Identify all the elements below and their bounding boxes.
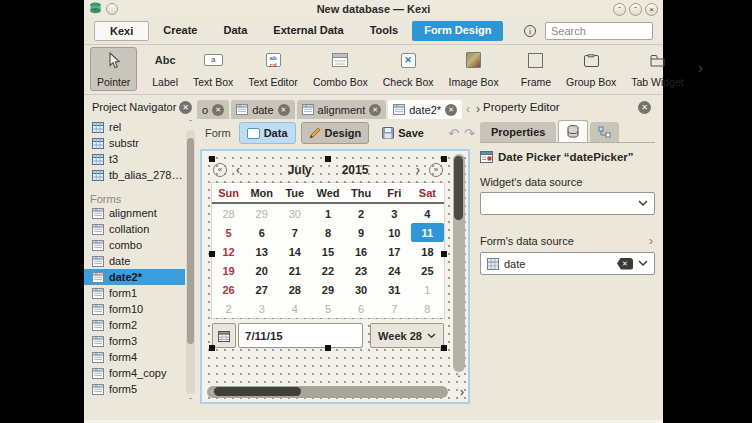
menu-tab-external-data[interactable]: External Data <box>261 21 355 41</box>
tab-data-source[interactable] <box>558 120 588 142</box>
calendar-day-cell[interactable]: 31 <box>378 280 411 299</box>
editor-tab-date[interactable]: date✕ <box>231 100 294 119</box>
navigator-form-item[interactable]: form2 <box>84 317 185 333</box>
navigator-form-item[interactable]: form4_copy <box>84 365 185 381</box>
calendar-day-cell[interactable]: 2 <box>212 299 245 318</box>
group-box-tool-button[interactable]: Group Box <box>559 47 623 91</box>
minimize-button[interactable]: ˇ <box>613 3 626 16</box>
resize-handle[interactable] <box>209 251 215 257</box>
resize-handle[interactable] <box>441 251 447 257</box>
calendar-day-cell[interactable]: 17 <box>378 242 411 261</box>
canvas-vertical-scrollbar[interactable] <box>453 154 465 372</box>
navigator-scrollbar[interactable]: ˆ ˇ <box>185 117 196 407</box>
calendar-day-cell[interactable]: 10 <box>378 223 411 242</box>
calendar-day-cell[interactable]: 5 <box>311 299 344 318</box>
label-tool-button[interactable]: AbcLabel <box>145 47 185 91</box>
calendar-day-cell[interactable]: 28 <box>212 204 245 223</box>
undo-icon[interactable]: ↶ <box>448 126 459 141</box>
editor-tab-o[interactable]: o✕ <box>197 100 229 119</box>
tab-close-icon[interactable]: ✕ <box>369 104 381 116</box>
tab-widget-tool-button[interactable]: Tab Widget <box>624 47 691 91</box>
prev-month-icon[interactable]: ‹ <box>234 163 242 177</box>
calendar-day-cell[interactable]: 16 <box>345 242 378 261</box>
navigator-form-item[interactable]: date2* <box>84 269 185 285</box>
resize-handle[interactable] <box>209 345 215 351</box>
calendar-day-cell[interactable]: 23 <box>345 261 378 280</box>
pointer-tool-button[interactable]: Pointer <box>90 47 137 91</box>
calendar-day-cell[interactable]: 9 <box>345 223 378 242</box>
combo-box-tool-button[interactable]: Combo Box <box>306 47 375 91</box>
navigator-table-item[interactable]: tb_alias_278… <box>84 167 185 183</box>
calendar-day-cell[interactable]: 8 <box>311 223 344 242</box>
canvas-horizontal-scrollbar[interactable]: ‹ <box>207 386 448 398</box>
tab-close-icon[interactable]: ✕ <box>278 104 290 116</box>
calendar-day-cell[interactable]: 11 <box>411 223 444 242</box>
text-editor-tool-button[interactable]: abcdText Editor <box>241 47 305 91</box>
design-view-button[interactable]: Design <box>301 122 370 144</box>
tab-close-icon[interactable]: ✕ <box>212 104 224 116</box>
menu-tab-form-design[interactable]: Form Design <box>412 21 503 41</box>
save-button[interactable]: Save <box>374 122 432 144</box>
scroll-up-icon[interactable]: ˆ <box>189 118 192 128</box>
menu-tab-data[interactable]: Data <box>212 21 260 41</box>
navigator-form-item[interactable]: form10 <box>84 301 185 317</box>
clear-icon[interactable]: ✕ <box>617 258 633 270</box>
navigator-form-item[interactable]: date <box>84 253 185 269</box>
calendar-month-button[interactable]: July <box>288 163 312 177</box>
resize-handle[interactable] <box>325 345 331 351</box>
menu-tab-kexi[interactable]: Kexi <box>94 21 149 41</box>
expander-icon[interactable]: › <box>649 233 655 248</box>
calendar-popup-button[interactable] <box>212 323 236 348</box>
navigator-table-item[interactable]: substr <box>84 135 185 151</box>
calendar-day-cell[interactable]: 5 <box>212 223 245 242</box>
property-editor-close-icon[interactable]: ✕ <box>638 101 651 114</box>
calendar-day-cell[interactable]: 3 <box>378 204 411 223</box>
navigator-table-item[interactable]: rel <box>84 119 185 135</box>
calendar-day-cell[interactable]: 7 <box>278 223 311 242</box>
image-box-tool-button[interactable]: Image Box <box>442 47 506 91</box>
canvas-horizontal-thumb[interactable] <box>214 387 301 396</box>
search-input[interactable] <box>545 22 653 40</box>
canvas-vertical-thumb[interactable] <box>454 156 463 220</box>
calendar-year-button[interactable]: 2015 <box>342 163 369 177</box>
week-selector[interactable]: Week 28 <box>370 323 444 348</box>
form-design-canvas[interactable]: « ‹ July 2015 › » SunM <box>200 149 470 404</box>
next-month-icon[interactable]: › <box>414 163 422 177</box>
navigator-form-item[interactable]: collation <box>84 221 185 237</box>
calendar-day-cell[interactable]: 21 <box>278 261 311 280</box>
navigator-close-icon[interactable]: ✕ <box>179 101 192 114</box>
navigator-form-item[interactable]: form5 <box>84 381 185 397</box>
calendar-day-cell[interactable]: 22 <box>311 261 344 280</box>
resize-handle[interactable] <box>441 345 447 351</box>
calendar-day-cell[interactable]: 14 <box>278 242 311 261</box>
calendar-day-cell[interactable]: 6 <box>245 223 278 242</box>
navigator-form-item[interactable]: alignment <box>84 205 185 221</box>
calendar-day-cell[interactable]: 30 <box>345 280 378 299</box>
date-picker-widget[interactable]: « ‹ July 2015 › » SunM <box>212 159 444 348</box>
calendar-day-cell[interactable]: 28 <box>278 280 311 299</box>
calendar-day-cell[interactable]: 27 <box>245 280 278 299</box>
next-year-icon[interactable]: » <box>429 163 443 177</box>
frame-tool-button[interactable]: Frame <box>514 47 558 91</box>
tab-close-icon[interactable]: ✕ <box>445 104 457 116</box>
calendar-day-cell[interactable]: 18 <box>411 242 444 261</box>
tab-events[interactable] <box>590 122 619 142</box>
navigator-form-item[interactable]: form1 <box>84 285 185 301</box>
calendar-day-cell[interactable]: 1 <box>311 204 344 223</box>
calendar-day-cell[interactable]: 4 <box>278 299 311 318</box>
form-data-source-combo[interactable]: date ✕ <box>480 252 655 275</box>
calendar-day-cell[interactable]: 30 <box>278 204 311 223</box>
tab-scroll-left-icon[interactable]: ‹ <box>466 102 470 116</box>
calendar-day-cell[interactable]: 6 <box>345 299 378 318</box>
calendar-day-cell[interactable]: 8 <box>411 299 444 318</box>
calendar-day-cell[interactable]: 24 <box>378 261 411 280</box>
calendar-day-cell[interactable]: 20 <box>245 261 278 280</box>
navigator-form-item[interactable]: combo <box>84 237 185 253</box>
prev-year-icon[interactable]: « <box>213 163 227 177</box>
navigator-form-item[interactable]: form3 <box>84 333 185 349</box>
navigator-table-item[interactable]: t3 <box>84 151 185 167</box>
canvas-scroll-right-icon[interactable]: › <box>460 386 464 399</box>
menu-tab-create[interactable]: Create <box>151 21 209 41</box>
resize-handle[interactable] <box>209 156 215 162</box>
check-box-tool-button[interactable]: ✕Check Box <box>376 47 441 91</box>
